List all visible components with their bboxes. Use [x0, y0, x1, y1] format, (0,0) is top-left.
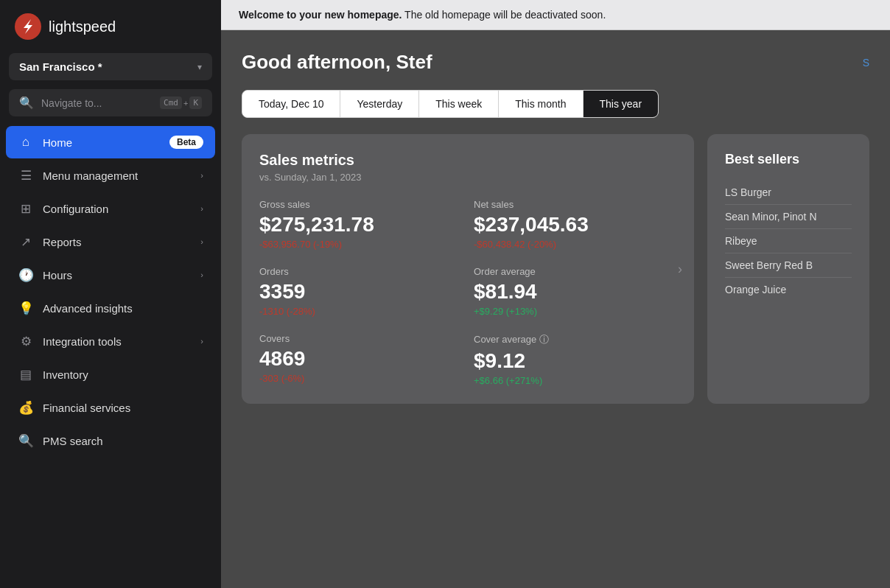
k-key: K: [189, 97, 202, 109]
metric-label-covers: Covers: [259, 333, 462, 344]
time-filter-tabs: Today, Dec 10YesterdayThis weekThis mont…: [242, 90, 659, 118]
advanced-insights-icon: 💡: [18, 300, 34, 316]
expand-arrow-icon: ›: [200, 171, 203, 180]
sidebar-item-label-hours: Hours: [43, 269, 192, 281]
metric-label-cover-average: Cover average ⓘ: [474, 333, 676, 346]
time-tab-today[interactable]: Today, Dec 10: [242, 91, 340, 117]
metric-value-net-sales: $237,045.63: [474, 213, 676, 237]
expand-arrow-icon: ›: [200, 270, 203, 279]
sidebar-item-reports[interactable]: ↗Reports›: [6, 225, 215, 258]
sales-metrics-subtitle: vs. Sunday, Jan 1, 2023: [259, 172, 676, 183]
content-area: Good afternoon, Stef S Today, Dec 10Yest…: [221, 30, 890, 588]
card-chevron-icon: ›: [678, 262, 682, 277]
metric-delta-gross-sales: -$63,956.70 (-19%): [259, 239, 462, 250]
logo-text: lightspeed: [49, 18, 116, 35]
cards-row: Sales metrics vs. Sunday, Jan 1, 2023 Gr…: [242, 134, 869, 404]
expand-arrow-icon: ›: [200, 204, 203, 213]
integration-tools-icon: ⚙: [18, 333, 34, 349]
sidebar-item-label-integration-tools: Integration tools: [43, 335, 192, 348]
sidebar-item-hours[interactable]: 🕐Hours›: [6, 259, 215, 291]
best-sellers-list: LS BurgerSean Minor, Pinot NRibeyeSweet …: [725, 181, 852, 301]
configuration-icon: ⊞: [18, 200, 34, 217]
metric-label-orders: Orders: [259, 266, 462, 277]
sidebar-item-label-configuration: Configuration: [43, 203, 192, 215]
time-tab-this-year[interactable]: This year: [583, 91, 659, 117]
beta-badge: Beta: [169, 136, 203, 149]
sidebar-item-configuration[interactable]: ⊞Configuration›: [6, 192, 215, 225]
metric-orders: Orders3359-1310 (-28%): [259, 266, 462, 317]
nav-items-container: ⌂HomeBeta☰Menu management›⊞Configuration…: [0, 125, 221, 458]
metric-net-sales: Net sales$237,045.63-$60,438.42 (-20%): [474, 199, 676, 250]
best-sellers-title: Best sellers: [725, 152, 852, 167]
sidebar-item-label-pms-search: PMS search: [43, 435, 203, 447]
home-icon: ⌂: [18, 134, 34, 150]
navigate-placeholder: Navigate to...: [41, 97, 153, 109]
sidebar-item-label-inventory: Inventory: [43, 368, 203, 381]
expand-arrow-icon: ›: [200, 337, 203, 346]
chevron-down-icon: ▾: [197, 62, 202, 72]
sidebar: lightspeed San Francisco * ▾ 🔍 Navigate …: [0, 0, 221, 588]
welcome-banner: Welcome to your new homepage. The old ho…: [221, 0, 890, 30]
metrics-grid: Gross sales$275,231.78-$63,956.70 (-19%)…: [259, 199, 676, 386]
metric-label-order-average: Order average: [474, 266, 676, 277]
expand-arrow-icon: ›: [200, 237, 203, 246]
main-content: Welcome to your new homepage. The old ho…: [221, 0, 890, 588]
logo-area: lightspeed: [0, 0, 221, 53]
search-icon: 🔍: [19, 96, 34, 110]
sidebar-item-financial-services[interactable]: 💰Financial services: [6, 391, 215, 424]
metric-delta-orders: -1310 (-28%): [259, 306, 462, 317]
greeting-text: Good afternoon, Stef: [242, 51, 432, 74]
time-tab-yesterday[interactable]: Yesterday: [340, 91, 418, 117]
location-selector[interactable]: San Francisco * ▾: [9, 53, 212, 80]
sidebar-item-advanced-insights[interactable]: 💡Advanced insights: [6, 292, 215, 324]
metric-delta-cover-average: +$6.66 (+271%): [474, 375, 676, 386]
sidebar-item-label-financial-services: Financial services: [43, 402, 203, 414]
banner-rest: The old homepage will be deactivated soo…: [402, 9, 606, 21]
metric-order-average: Order average$81.94+$9.29 (+13%): [474, 266, 676, 317]
sales-metrics-title: Sales metrics: [259, 152, 676, 169]
best-seller-item: Orange Juice: [725, 278, 852, 301]
sidebar-item-integration-tools[interactable]: ⚙Integration tools›: [6, 325, 215, 357]
metric-delta-covers: -303 (-6%): [259, 373, 462, 384]
sidebar-item-label-reports: Reports: [43, 236, 192, 248]
greeting-row: Good afternoon, Stef S: [242, 51, 869, 74]
best-seller-item: Sean Minor, Pinot N: [725, 205, 852, 229]
metric-delta-net-sales: -$60,438.42 (-20%): [474, 239, 676, 250]
hours-icon: 🕐: [18, 267, 34, 283]
search-bar[interactable]: 🔍 Navigate to... Cmd + K: [9, 89, 212, 116]
best-seller-item: Ribeye: [725, 229, 852, 253]
metric-value-order-average: $81.94: [474, 280, 676, 304]
metric-gross-sales: Gross sales$275,231.78-$63,956.70 (-19%): [259, 199, 462, 250]
metric-cover-average: Cover average ⓘ$9.12+$6.66 (+271%): [474, 333, 676, 386]
metric-value-cover-average: $9.12: [474, 349, 676, 373]
sidebar-item-label-home: Home: [43, 136, 161, 149]
pms-search-icon: 🔍: [18, 433, 34, 449]
inventory-icon: ▤: [18, 366, 34, 382]
best-sellers-card: Best sellers LS BurgerSean Minor, Pinot …: [707, 134, 869, 404]
sidebar-item-menu-management[interactable]: ☰Menu management›: [6, 159, 215, 192]
best-seller-item: LS Burger: [725, 181, 852, 205]
metric-label-gross-sales: Gross sales: [259, 199, 462, 210]
search-shortcut: Cmd + K: [160, 97, 202, 109]
sidebar-item-inventory[interactable]: ▤Inventory: [6, 358, 215, 391]
setup-link[interactable]: S: [863, 57, 869, 69]
metric-covers: Covers4869-303 (-6%): [259, 333, 462, 386]
cmd-key: Cmd: [160, 97, 182, 109]
plus-separator: +: [183, 99, 188, 108]
time-tab-this-week[interactable]: This week: [418, 91, 498, 117]
menu-management-icon: ☰: [18, 167, 34, 183]
metric-value-orders: 3359: [259, 280, 462, 304]
time-tab-this-month[interactable]: This month: [498, 91, 582, 117]
financial-services-icon: 💰: [18, 399, 34, 416]
banner-bold: Welcome to your new homepage.: [239, 9, 402, 21]
sidebar-item-pms-search[interactable]: 🔍PMS search: [6, 424, 215, 457]
metric-value-covers: 4869: [259, 347, 462, 371]
metric-delta-order-average: +$9.29 (+13%): [474, 306, 676, 317]
best-seller-item: Sweet Berry Red B: [725, 253, 852, 278]
sales-metrics-card: Sales metrics vs. Sunday, Jan 1, 2023 Gr…: [242, 134, 694, 404]
sidebar-item-label-advanced-insights: Advanced insights: [43, 302, 203, 315]
lightspeed-logo-icon: [15, 13, 41, 40]
sidebar-item-home[interactable]: ⌂HomeBeta: [6, 126, 215, 158]
location-name: San Francisco *: [19, 60, 102, 73]
sidebar-item-label-menu-management: Menu management: [43, 169, 192, 182]
